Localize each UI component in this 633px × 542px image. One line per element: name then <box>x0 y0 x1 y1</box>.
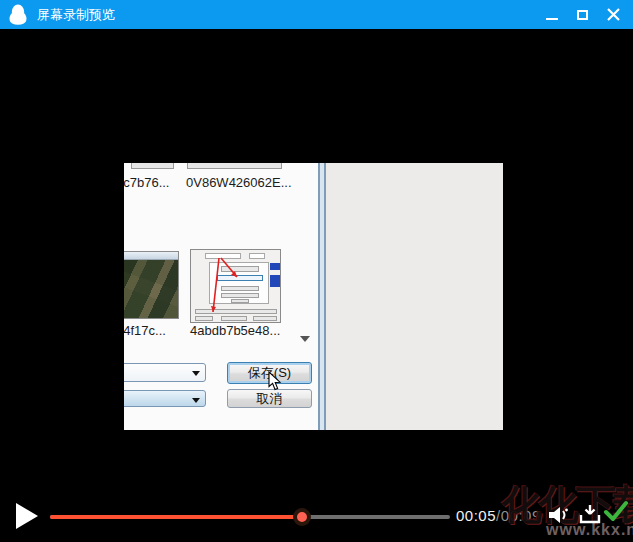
progress-track-played <box>50 515 302 519</box>
maximize-icon <box>577 10 588 20</box>
thumbnail-partial <box>187 163 282 169</box>
filename-label: 4abdb7b5e48... <box>190 323 280 338</box>
progress-bar[interactable] <box>50 515 450 519</box>
filetype-combobox <box>124 390 206 407</box>
time-current: 00:05 <box>456 507 496 524</box>
confirm-check-icon[interactable] <box>602 499 630 525</box>
thumbnail-map-image <box>124 251 179 319</box>
panel-splitter <box>318 163 326 430</box>
title-bar: 屏幕录制预览 <box>0 0 633 29</box>
cancel-button: 取消 <box>227 389 312 408</box>
dialog-right-panel <box>326 163 503 430</box>
filename-combobox <box>124 363 206 382</box>
maximize-button[interactable] <box>567 0 598 29</box>
scrollbar-down-arrow <box>300 336 310 342</box>
qq-penguin-icon <box>8 4 28 25</box>
video-display[interactable]: dc7b76... 0V86W426062E... <box>124 163 503 430</box>
play-button[interactable] <box>16 503 38 529</box>
minimize-icon <box>546 18 558 20</box>
close-button[interactable] <box>598 0 629 29</box>
close-icon <box>607 8 620 21</box>
red-annotation-arrows <box>191 250 282 324</box>
filename-label: dc7b76... <box>124 175 170 190</box>
chevron-down-icon <box>192 398 200 403</box>
filename-label: 94f17c... <box>124 323 166 338</box>
volume-icon[interactable] <box>547 504 571 526</box>
progress-thumb[interactable] <box>293 508 311 526</box>
filename-label: 0V86W426062E... <box>186 175 292 190</box>
window-title: 屏幕录制预览 <box>37 6 115 24</box>
chevron-down-icon <box>192 371 200 376</box>
recorded-file-list: dc7b76... 0V86W426062E... <box>124 163 318 430</box>
minimize-button[interactable] <box>536 0 567 29</box>
thumbnail-dialog-screenshot <box>190 249 281 323</box>
download-icon[interactable] <box>578 502 602 526</box>
mouse-cursor-icon <box>268 371 282 391</box>
thumbnail-partial <box>131 163 174 169</box>
